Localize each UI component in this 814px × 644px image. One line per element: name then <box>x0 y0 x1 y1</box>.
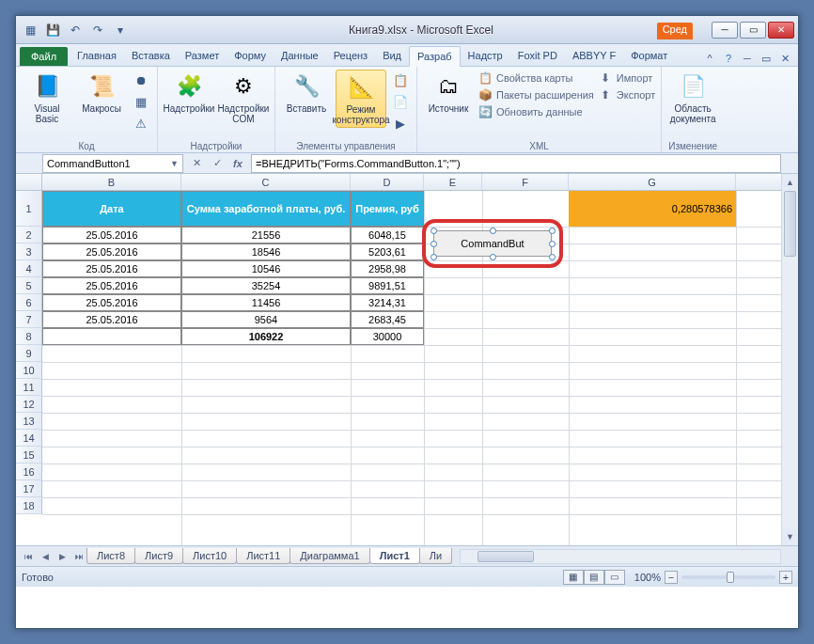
ribbon-tab-foxit pd[interactable]: Foxit PD <box>510 46 565 66</box>
sheet-nav-first-icon[interactable]: ⏮ <box>20 549 37 564</box>
properties-icon[interactable]: 📋 <box>390 70 411 90</box>
row-header-12[interactable]: 12 <box>16 396 42 413</box>
run-dialog-icon[interactable]: ▶ <box>390 113 411 134</box>
export-button[interactable]: ⬆Экспорт <box>598 86 655 103</box>
select-all-corner[interactable] <box>16 174 42 191</box>
workbook-close-icon[interactable]: ✕ <box>777 51 792 66</box>
sheet-tab-Ли[interactable]: Ли <box>419 548 452 564</box>
ribbon-tab-abbyy f[interactable]: ABBYY F <box>565 46 623 66</box>
save-icon[interactable]: 💾 <box>42 20 63 40</box>
scroll-up-icon[interactable]: ▲ <box>782 174 798 191</box>
cancel-formula-icon[interactable]: ✕ <box>187 155 206 172</box>
page-break-view-icon[interactable]: ▭ <box>604 570 625 585</box>
ribbon-tab-вид[interactable]: Вид <box>375 46 409 66</box>
row-header-17[interactable]: 17 <box>16 480 42 497</box>
ribbon-tab-надстр[interactable]: Надстр <box>461 46 510 66</box>
com-addins-button[interactable]: ⚙Надстройки COM <box>218 70 269 126</box>
row-header-15[interactable]: 15 <box>16 447 42 463</box>
selection-handle[interactable] <box>549 254 556 260</box>
formula-bar[interactable]: =ВНЕДРИТЬ("Forms.CommandButton.1";"") <box>251 154 781 173</box>
record-macro-icon[interactable]: ⏺ <box>131 70 151 90</box>
row-header-9[interactable]: 9 <box>16 345 42 362</box>
sheet-tab-Лист11[interactable]: Лист11 <box>236 548 290 564</box>
excel-icon[interactable]: ▦ <box>20 20 40 40</box>
sheet-tab-Лист8[interactable]: Лист8 <box>86 548 135 564</box>
sheet-nav-last-icon[interactable]: ⏭ <box>70 549 87 564</box>
row-header-1[interactable]: 1 <box>16 191 42 227</box>
column-header-C[interactable]: C <box>181 174 351 190</box>
row-header-6[interactable]: 6 <box>16 294 42 311</box>
selection-handle[interactable] <box>549 228 556 234</box>
addins-button[interactable]: 🧩Надстройки <box>164 70 214 116</box>
selection-handle[interactable] <box>490 254 496 260</box>
selection-handle[interactable] <box>430 228 437 234</box>
help-icon[interactable]: ? <box>721 51 736 66</box>
maximize-button[interactable]: ▭ <box>740 22 766 39</box>
ribbon-tab-реценз[interactable]: Реценз <box>326 46 375 66</box>
sheet-tab-Лист10[interactable]: Лист10 <box>182 548 237 564</box>
vertical-scrollbar[interactable]: ▲ ▼ <box>781 174 798 545</box>
map-properties-button[interactable]: 📋Свойства карты <box>477 70 594 86</box>
row-header-16[interactable]: 16 <box>16 463 42 480</box>
column-header-G[interactable]: G <box>569 174 736 190</box>
ribbon-tab-формат[interactable]: Формат <box>623 46 675 66</box>
file-tab[interactable]: Файл <box>20 47 68 66</box>
row-header-10[interactable]: 10 <box>16 362 42 379</box>
ribbon-tab-разраб[interactable]: Разраб <box>409 46 461 67</box>
undo-icon[interactable]: ↶ <box>65 20 86 40</box>
row-header-7[interactable]: 7 <box>16 311 42 328</box>
name-box[interactable]: CommandButton1▼ <box>42 154 183 173</box>
minimize-ribbon-icon[interactable]: ^ <box>702 51 717 66</box>
expansion-packs-button[interactable]: 📦Пакеты расширения <box>477 86 594 103</box>
cells-area[interactable]: ДатаСумма заработной платы, руб.Премия, … <box>42 191 781 545</box>
column-header-F[interactable]: F <box>482 174 569 190</box>
namebox-dropdown-icon[interactable]: ▼ <box>170 159 179 168</box>
row-header-8[interactable]: 8 <box>16 328 42 345</box>
selection-handle[interactable] <box>430 241 437 247</box>
row-header-18[interactable]: 18 <box>16 497 42 514</box>
column-header-B[interactable]: B <box>42 174 181 190</box>
ribbon-tab-главная[interactable]: Главная <box>70 46 124 66</box>
sheet-nav-next-icon[interactable]: ▶ <box>54 549 70 564</box>
fx-icon[interactable]: fx <box>228 155 247 172</box>
hscroll-thumb[interactable] <box>477 551 534 562</box>
sheet-tab-Диаграмма1[interactable]: Диаграмма1 <box>290 548 369 564</box>
design-mode-button[interactable]: 📐Режим конструктора <box>336 70 386 128</box>
selection-handle[interactable] <box>430 254 437 260</box>
column-header-E[interactable]: E <box>424 174 482 190</box>
document-panel-button[interactable]: 📄Область документа <box>667 70 718 126</box>
normal-view-icon[interactable]: ▦ <box>563 570 584 585</box>
xml-source-button[interactable]: 🗂Источник <box>423 70 474 116</box>
macro-security-icon[interactable]: ⚠ <box>131 113 151 134</box>
workbook-restore-icon[interactable]: ▭ <box>759 51 774 66</box>
accept-formula-icon[interactable]: ✓ <box>208 155 227 172</box>
row-header-4[interactable]: 4 <box>16 260 42 277</box>
sheet-nav-prev-icon[interactable]: ◀ <box>37 549 54 564</box>
row-header-14[interactable]: 14 <box>16 430 42 447</box>
insert-control-button[interactable]: 🔧Вставить <box>281 70 332 116</box>
page-layout-view-icon[interactable]: ▤ <box>584 570 604 585</box>
scroll-down-icon[interactable]: ▼ <box>782 528 798 545</box>
worksheet-grid[interactable]: BCDEFG 123456789101112131415161718 ДатаС… <box>16 174 798 545</box>
row-header-2[interactable]: 2 <box>16 227 42 243</box>
minimize-button[interactable]: ─ <box>712 22 738 39</box>
redo-icon[interactable]: ↷ <box>87 20 108 40</box>
row-header-11[interactable]: 11 <box>16 379 42 396</box>
ribbon-tab-данные[interactable]: Данные <box>274 46 326 66</box>
macros-button[interactable]: 📜Макросы <box>76 70 127 116</box>
ribbon-tab-форму[interactable]: Форму <box>227 46 274 66</box>
zoom-thumb[interactable] <box>727 572 734 583</box>
zoom-level[interactable]: 100% <box>634 572 661 583</box>
visual-basic-button[interactable]: 📘Visual Basic <box>22 70 72 126</box>
sheet-tab-Лист9[interactable]: Лист9 <box>134 548 183 564</box>
column-header-D[interactable]: D <box>351 174 424 190</box>
qat-dropdown-icon[interactable]: ▾ <box>110 20 131 40</box>
row-header-5[interactable]: 5 <box>16 277 42 294</box>
sheet-tab-Лист1[interactable]: Лист1 <box>369 548 420 564</box>
close-button[interactable]: ✕ <box>768 22 794 39</box>
workbook-minimize-icon[interactable]: ─ <box>740 51 755 66</box>
zoom-slider[interactable] <box>681 575 775 579</box>
row-header-13[interactable]: 13 <box>16 413 42 430</box>
refresh-data-button[interactable]: 🔄Обновить данные <box>477 103 594 120</box>
zoom-in-button[interactable]: + <box>779 571 792 584</box>
